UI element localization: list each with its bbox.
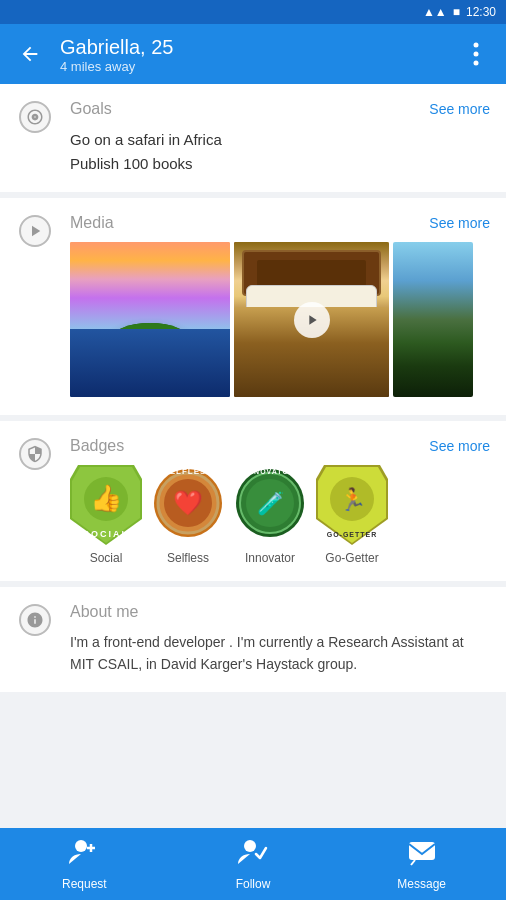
badge-social: 👍 SOCIAL Social bbox=[70, 465, 142, 565]
status-bar: ▲▲ ■ 12:30 bbox=[0, 0, 506, 24]
goal-1: Go on a safari in Africa bbox=[70, 128, 490, 152]
svg-text:👍: 👍 bbox=[90, 482, 123, 514]
badges-title: Badges bbox=[70, 437, 124, 455]
goals-section: Goals See more Go on a safari in Africa … bbox=[0, 84, 506, 192]
follow-icon bbox=[238, 838, 268, 873]
goals-title: Goals bbox=[70, 100, 112, 118]
badge-gogetter-icon: 🏃 GO-GETTER bbox=[316, 465, 388, 545]
media-see-more[interactable]: See more bbox=[429, 215, 490, 231]
nav-request[interactable]: Request bbox=[0, 828, 169, 900]
badge-social-label: Social bbox=[90, 551, 123, 565]
badge-selfless: ❤️ SELFLESS Selfless bbox=[152, 465, 224, 565]
svg-text:GO-GETTER: GO-GETTER bbox=[327, 531, 378, 538]
request-label: Request bbox=[62, 877, 107, 891]
user-distance: 4 miles away bbox=[60, 59, 446, 74]
svg-text:❤️: ❤️ bbox=[173, 488, 203, 517]
media-item-1[interactable] bbox=[70, 242, 230, 397]
play-button[interactable] bbox=[294, 302, 330, 338]
media-grid bbox=[70, 242, 490, 397]
media-title: Media bbox=[70, 214, 114, 232]
svg-point-22 bbox=[244, 840, 256, 852]
badges-header: Badges See more bbox=[70, 437, 490, 455]
goals-header: Goals See more bbox=[70, 100, 490, 118]
about-title: About me bbox=[70, 603, 138, 621]
badge-innovator: 🧪 INNOVATOR Innovator bbox=[234, 465, 306, 565]
svg-text:🏃: 🏃 bbox=[339, 486, 367, 513]
badge-selfless-label: Selfless bbox=[167, 551, 209, 565]
media-icon bbox=[18, 214, 52, 248]
svg-text:SELFLESS: SELFLESS bbox=[163, 467, 212, 476]
svg-text:SOCIAL: SOCIAL bbox=[83, 529, 129, 539]
badges-grid: 👍 SOCIAL Social ❤️ SELFLES bbox=[70, 465, 490, 565]
svg-point-0 bbox=[474, 43, 479, 48]
badge-gogetter: 🏃 GO-GETTER Go-Getter bbox=[316, 465, 388, 565]
badge-innovator-label: Innovator bbox=[245, 551, 295, 565]
follow-label: Follow bbox=[236, 877, 271, 891]
svg-rect-23 bbox=[409, 842, 435, 860]
goal-2: Publish 100 books bbox=[70, 152, 490, 176]
nav-follow[interactable]: Follow bbox=[169, 828, 338, 900]
message-label: Message bbox=[397, 877, 446, 891]
main-content: Goals See more Go on a safari in Africa … bbox=[0, 84, 506, 828]
svg-line-24 bbox=[411, 860, 415, 865]
svg-point-2 bbox=[474, 61, 479, 66]
about-header: About me bbox=[70, 603, 490, 621]
badges-section: Badges See more 👍 SOCIAL So bbox=[0, 421, 506, 581]
about-icon bbox=[18, 603, 52, 637]
user-info: Gabriella, 25 4 miles away bbox=[60, 35, 446, 74]
badge-innovator-icon: 🧪 INNOVATOR bbox=[234, 465, 306, 545]
media-item-3[interactable] bbox=[393, 242, 473, 397]
back-button[interactable] bbox=[12, 36, 48, 72]
nav-message[interactable]: Message bbox=[337, 828, 506, 900]
top-bar: Gabriella, 25 4 miles away bbox=[0, 24, 506, 84]
more-options-button[interactable] bbox=[458, 36, 494, 72]
svg-point-19 bbox=[75, 840, 87, 852]
goals-icon bbox=[18, 100, 52, 134]
sections-wrapper: Goals See more Go on a safari in Africa … bbox=[0, 84, 506, 692]
badge-selfless-icon: ❤️ SELFLESS bbox=[152, 465, 224, 545]
badge-gogetter-label: Go-Getter bbox=[325, 551, 378, 565]
time: 12:30 bbox=[466, 5, 496, 19]
message-icon bbox=[407, 838, 437, 873]
svg-text:🧪: 🧪 bbox=[257, 490, 285, 517]
svg-text:INNOVATOR: INNOVATOR bbox=[245, 468, 295, 475]
svg-point-1 bbox=[474, 52, 479, 57]
goals-text: Go on a safari in Africa Publish 100 boo… bbox=[70, 128, 490, 176]
user-name: Gabriella, 25 bbox=[60, 35, 446, 59]
media-section: Media See more bbox=[0, 198, 506, 415]
badge-social-icon: 👍 SOCIAL bbox=[70, 465, 142, 545]
about-text: I'm a front-end developer . I'm currentl… bbox=[70, 631, 490, 676]
about-section: About me I'm a front-end developer . I'm… bbox=[0, 587, 506, 692]
request-icon bbox=[69, 838, 99, 873]
battery-icon: ■ bbox=[453, 5, 460, 19]
goals-see-more[interactable]: See more bbox=[429, 101, 490, 117]
media-header: Media See more bbox=[70, 214, 490, 232]
signal-strength: ▲▲ bbox=[423, 5, 447, 19]
media-item-2[interactable] bbox=[234, 242, 389, 397]
badges-see-more[interactable]: See more bbox=[429, 438, 490, 454]
badges-icon bbox=[18, 437, 52, 471]
bottom-nav: Request Follow Message bbox=[0, 828, 506, 900]
